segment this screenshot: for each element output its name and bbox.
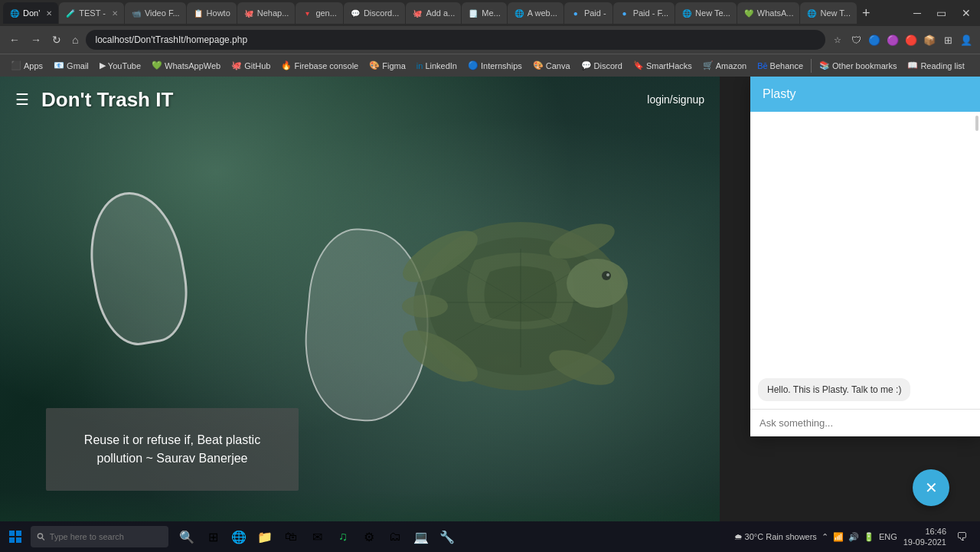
bookmark-star-icon[interactable]: ☆	[830, 32, 845, 47]
taskbar-explorer[interactable]: 📁	[253, 524, 277, 549]
extensions-menu[interactable]: ⊞	[940, 32, 956, 47]
address-input[interactable]	[86, 30, 825, 50]
taskbar-search-input[interactable]	[50, 532, 162, 541]
tab-close-icon[interactable]: ✕	[46, 9, 52, 18]
tab-8[interactable]: 🐙 Add a...	[406, 2, 461, 24]
tray-icon-up[interactable]: ⌃	[822, 532, 828, 542]
bookmark-github[interactable]: 🐙 GitHub	[227, 59, 275, 72]
chat-bot-name: Plasty	[763, 87, 796, 100]
reload-button[interactable]: ↻	[49, 32, 64, 47]
navbar: ☰ Don't Trash IT login/signup	[0, 77, 720, 122]
tab-6[interactable]: ▾ gen...	[296, 2, 343, 24]
extension-icon-4[interactable]: 🔴	[903, 32, 919, 47]
back-button[interactable]: ←	[6, 32, 23, 47]
tab-9[interactable]: 🗒️ Me...	[462, 2, 506, 24]
bookmark-linkedin[interactable]: in LinkedIn	[412, 60, 462, 72]
hamburger-menu[interactable]: ☰	[15, 90, 29, 109]
weather-info: 🌧 30°C Rain showers	[734, 532, 817, 541]
maximize-icon[interactable]: ▭	[936, 7, 946, 19]
tab-5[interactable]: 🐙 Nehap...	[237, 2, 296, 24]
clock[interactable]: 16:46 19-09-2021	[903, 526, 946, 548]
bookmark-smarthacks[interactable]: 🔖 SmartHacks	[629, 59, 697, 72]
minimize-icon[interactable]: ─	[913, 7, 921, 19]
bookmark-behance[interactable]: Bē Behance	[753, 60, 808, 72]
svg-rect-17	[16, 537, 21, 543]
taskbar-search[interactable]	[31, 526, 168, 547]
new-tab-button[interactable]: +	[858, 5, 875, 21]
bookmark-whatsapp[interactable]: 💚 WhatsAppWeb	[147, 59, 225, 72]
notification-center[interactable]: 🗨	[952, 528, 971, 546]
taskbar-icon-6[interactable]: ⚙	[357, 524, 381, 549]
tab-10[interactable]: 🌐 A web...	[508, 2, 564, 24]
bookmark-other[interactable]: 📚 Other bookmarks	[815, 59, 901, 72]
language-indicator[interactable]: ENG	[879, 532, 897, 541]
tab-2[interactable]: 🧪 TEST - ✕	[59, 2, 124, 24]
tab-close-2[interactable]: ✕	[112, 9, 118, 18]
login-signup-link[interactable]: login/signup	[647, 93, 704, 106]
taskbar-search-btn[interactable]: 🔍	[175, 524, 199, 549]
chat-messages: Hello. This is Plasty. Talk to me :)	[750, 112, 980, 409]
bookmark-separator	[811, 59, 812, 73]
bookmark-amazon[interactable]: 🛒 Amazon	[698, 59, 751, 72]
bookmark-gmail[interactable]: 📧 Gmail	[49, 59, 93, 72]
page-content: ☰ Don't Trash IT login/signup Reuse it o…	[0, 77, 980, 552]
close-window-icon[interactable]: ✕	[962, 7, 971, 19]
tab-12[interactable]: ● Paid - F...	[613, 2, 675, 24]
bookmark-discord[interactable]: 💬 Discord	[577, 59, 627, 72]
apps-icon: ⬛	[11, 60, 21, 70]
bookmark-firebase[interactable]: 🔥 Firebase console	[276, 59, 363, 72]
tab-11[interactable]: ● Paid -	[564, 2, 612, 24]
extension-icon-1[interactable]: 🛡	[848, 32, 864, 47]
bookmark-canva[interactable]: 🎨 Canva	[528, 59, 575, 72]
taskbar-mail[interactable]: ✉	[305, 524, 329, 549]
taskbar-icon-9[interactable]: 🔧	[435, 524, 459, 549]
svg-point-6	[567, 259, 628, 308]
extension-icon-5[interactable]: 📦	[922, 32, 937, 47]
bookmark-reading-list[interactable]: 📖 Reading list	[903, 59, 969, 72]
tray-volume[interactable]: 🔊	[848, 532, 859, 542]
start-button[interactable]	[0, 521, 31, 552]
tray-battery[interactable]: 🔋	[864, 532, 874, 542]
bookmarks-bar: ⬛ Apps 📧 Gmail ▶ YouTube 💚 WhatsAppWeb 🐙…	[0, 54, 980, 77]
bookmark-figma[interactable]: 🎨 Figma	[364, 59, 410, 72]
chat-input-area	[750, 409, 980, 436]
svg-point-8	[606, 273, 609, 276]
taskbar-icon-7[interactable]: 🗂	[383, 524, 407, 549]
tab-label: Don'	[23, 8, 40, 18]
extension-icon-3[interactable]: 🟣	[885, 32, 900, 47]
clock-date: 19-09-2021	[903, 537, 946, 547]
tab-active[interactable]: 🌐 Don' ✕	[3, 2, 58, 24]
bookmark-youtube[interactable]: ▶ YouTube	[95, 59, 145, 72]
svg-point-18	[38, 534, 42, 538]
tray-network[interactable]: 📶	[833, 532, 844, 542]
chat-input[interactable]	[760, 417, 971, 429]
chat-toggle-button[interactable]: ✕	[913, 469, 949, 506]
taskbar-edge[interactable]: 🌐	[227, 524, 251, 549]
chat-scrollbar[interactable]	[975, 116, 978, 131]
taskbar-pinned-icons: 🔍 ⊞ 🌐 📁 🛍 ✉ ♫ ⚙ 🗂 💻 🔧	[175, 524, 459, 549]
taskbar-store[interactable]: 🛍	[279, 524, 303, 549]
taskbar-taskview[interactable]: ⊞	[201, 524, 225, 549]
tab-label-2: TEST -	[79, 8, 106, 18]
turtle-illustration	[306, 122, 704, 490]
tab-3[interactable]: 📹 Video F...	[125, 2, 186, 24]
extension-icon-2[interactable]: 🔵	[867, 32, 882, 47]
bookmark-internships[interactable]: 🔵 Internships	[463, 59, 527, 72]
quote-text: Reuse it or refuse if, Beat plastic poll…	[65, 431, 279, 468]
taskbar-icon-8[interactable]: 💻	[409, 524, 433, 549]
profile-icon[interactable]: 👤	[959, 32, 974, 47]
bookmark-apps[interactable]: ⬛ Apps	[6, 59, 47, 72]
tab-15[interactable]: 🌐 New T...	[800, 2, 857, 24]
clock-time: 16:46	[903, 526, 946, 537]
tab-4[interactable]: 📋 Howto	[187, 2, 237, 24]
tab-13[interactable]: 🌐 New Te...	[675, 2, 737, 24]
svg-rect-15	[16, 531, 21, 536]
tab-7[interactable]: 💬 Discord...	[344, 2, 405, 24]
windows-logo-icon	[9, 531, 21, 543]
tab-14[interactable]: 💚 WhatsA...	[737, 2, 800, 24]
taskbar-spotify[interactable]: ♫	[331, 524, 355, 549]
svg-point-7	[602, 271, 611, 280]
forward-button[interactable]: →	[28, 32, 44, 47]
home-button[interactable]: ⌂	[69, 32, 81, 47]
tab-favicon: 🌐	[9, 8, 20, 18]
